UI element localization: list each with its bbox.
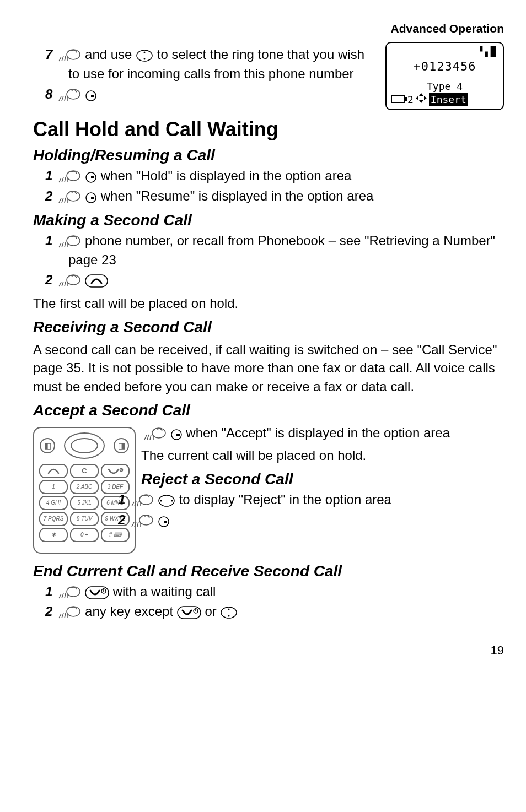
subheading-end-current: End Current Call and Receive Second Call: [33, 562, 504, 580]
hand-press-icon: [58, 604, 81, 619]
svg-point-42: [228, 615, 230, 617]
svg-rect-24: [176, 434, 180, 436]
end-key-icon: [177, 604, 201, 619]
page-number: 19: [33, 643, 504, 658]
hand-press-icon: [58, 584, 81, 599]
svg-point-6: [144, 52, 146, 53]
svg-marker-3: [424, 96, 427, 100]
hand-press-icon: [143, 425, 167, 440]
key-0: 0 +: [70, 528, 99, 542]
softkey-right-icon: ◨: [114, 438, 129, 453]
page-title: Call Hold and Call Waiting: [33, 118, 504, 141]
hand-press-icon: [58, 272, 81, 287]
hand-press-icon: [58, 233, 81, 248]
svg-marker-0: [419, 93, 423, 96]
making-after-text: The first call will be placed on hold.: [33, 294, 504, 313]
svg-rect-16: [91, 197, 94, 199]
softkey-left-icon: ◧: [40, 438, 55, 453]
holding-step-2: 2 when "Resume" is displayed in the opti…: [45, 187, 504, 206]
softkey-right-icon: [85, 168, 97, 183]
hand-press-icon: [131, 492, 154, 507]
battery-icon: [391, 95, 405, 103]
end-key-icon: [85, 584, 109, 599]
svg-point-41: [228, 609, 230, 610]
softkey-right-icon: [85, 86, 97, 101]
accept-line: when "Accept" is displayed in the option…: [143, 424, 504, 442]
call-key-icon: [85, 272, 108, 287]
hand-press-icon: [58, 168, 81, 183]
key-8: 8 TUV: [70, 512, 99, 526]
key-5: 5 JKL: [70, 496, 99, 510]
insert-label: Insert: [429, 93, 468, 106]
svg-point-27: [160, 500, 162, 501]
making-step-1: 1 phone number, or recall from Phonebook…: [45, 231, 504, 270]
key-1: 1: [39, 480, 68, 494]
end-step-2: 2 any key except or: [45, 602, 504, 621]
key-7: 7 PQRS: [39, 512, 68, 526]
hand-press-icon: [58, 86, 81, 101]
call-key-icon: [39, 464, 68, 478]
nav-ring-icon: [64, 432, 105, 459]
phone-screen-inset: ▝▗▐▌ +0123456 Type 4 2 Insert: [385, 42, 504, 110]
softkey-right-icon: [158, 512, 170, 527]
section-header: Advanced Operation: [33, 22, 504, 35]
key-4: 4 GHI: [39, 496, 68, 510]
svg-marker-1: [419, 100, 423, 103]
screen-number: +0123456: [391, 59, 498, 75]
subheading-accept: Accept a Second Call: [33, 402, 504, 419]
subheading-receiving: Receiving a Second Call: [33, 318, 504, 336]
nav-arrows-icon: [416, 93, 427, 106]
screen-type-label: Type 4: [391, 80, 498, 93]
holding-step-1: 1 when "Hold" is displayed in the option…: [45, 166, 504, 186]
clear-key: C: [70, 464, 99, 478]
key-hash: # ⌨: [101, 528, 130, 542]
making-step-2: 2: [45, 270, 504, 290]
subheading-making: Making a Second Call: [33, 212, 504, 229]
softkey-right-icon: [85, 188, 97, 203]
svg-rect-10: [91, 95, 94, 97]
hand-press-icon: [58, 188, 81, 203]
svg-rect-31: [164, 521, 167, 523]
svg-marker-2: [416, 96, 418, 100]
key-2: 2 ABC: [70, 480, 99, 494]
softkey-right-icon: [170, 425, 183, 440]
svg-rect-19: [85, 275, 108, 287]
nav-oval-leftright-icon: [158, 492, 175, 507]
signal-icon: ▝▗▐▌: [477, 46, 498, 57]
nav-oval-updown-icon: [136, 47, 153, 62]
receiving-para: A second call can be received, if call w…: [33, 340, 504, 396]
hand-press-icon: [58, 47, 81, 62]
svg-rect-13: [91, 176, 94, 178]
screen-bottom-num: 2: [407, 93, 414, 106]
hand-press-icon: [131, 512, 154, 527]
subheading-holding: Holding/Resuming a Call: [33, 147, 504, 164]
end-key-icon: [101, 464, 130, 478]
svg-point-28: [171, 500, 173, 501]
end-step-1: 1 with a waiting call: [45, 582, 504, 602]
svg-point-7: [144, 58, 146, 60]
nav-oval-updown-icon: [220, 604, 238, 619]
key-star: ✱: [39, 528, 68, 542]
